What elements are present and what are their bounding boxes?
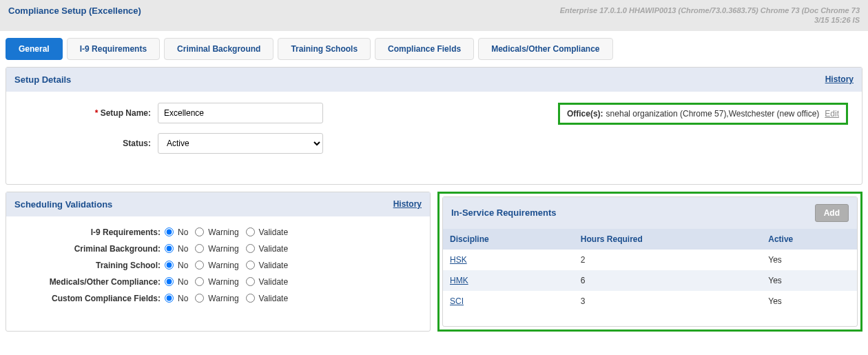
table-row: SCI3Yes [443, 291, 857, 312]
tabs-row: GeneralI-9 RequirementsCriminal Backgrou… [0, 31, 868, 60]
scheduling-row-label: Medicals/Other Compliance: [20, 277, 165, 287]
radio-label-no: No [178, 277, 188, 287]
discipline-link[interactable]: SCI [450, 296, 464, 306]
radio-validate[interactable] [246, 244, 255, 253]
inservice-panel: In-Service Requirements Add DisciplineHo… [442, 196, 858, 327]
radio-label-no: No [178, 294, 188, 303]
bottom-row: Scheduling Validations History I-9 Requi… [6, 192, 862, 332]
tab-compliance-fields[interactable]: Compliance Fields [375, 38, 474, 60]
table-row: HSK2Yes [443, 250, 857, 270]
radio-validate[interactable] [246, 294, 255, 303]
inservice-body: DisciplineHours RequiredActive HSK2YesHM… [443, 229, 857, 312]
radio-warning[interactable] [195, 227, 204, 236]
scheduling-header: Scheduling Validations History [6, 192, 430, 216]
radio-no[interactable] [165, 227, 174, 236]
active-cell: Yes [761, 291, 857, 312]
status-select[interactable]: Active [158, 133, 323, 154]
radio-warning[interactable] [195, 294, 204, 303]
tab-medicals-other-compliance[interactable]: Medicals/Other Compliance [478, 38, 612, 60]
radio-warning[interactable] [195, 261, 204, 270]
inservice-add-button[interactable]: Add [815, 204, 849, 222]
env-line-1: Enterprise 17.0.1.0 HHAWIP0013 (Chrome/7… [560, 6, 860, 15]
radio-label-no: No [178, 244, 188, 254]
scheduling-row-label: Custom Compliance Fields: [20, 294, 165, 303]
inservice-table: DisciplineHours RequiredActive HSK2YesHM… [443, 229, 857, 312]
radio-no[interactable] [165, 244, 174, 253]
setup-name-row: * Setup Name: [20, 103, 323, 123]
discipline-link[interactable]: HMK [450, 276, 468, 285]
radio-group: NoWarningValidate [165, 261, 292, 270]
inservice-outline: In-Service Requirements Add DisciplineHo… [437, 192, 862, 332]
column-header: Active [761, 229, 857, 250]
env-line-2: 3/15 15:26 IS [560, 15, 860, 25]
active-cell: Yes [761, 250, 857, 270]
active-cell: Yes [761, 270, 857, 291]
inservice-header: In-Service Requirements Add [443, 197, 857, 229]
discipline-link[interactable]: HSK [450, 255, 467, 265]
setup-name-input[interactable] [158, 103, 323, 123]
table-row: HMK6Yes [443, 270, 857, 291]
radio-no[interactable] [165, 261, 174, 270]
setup-details-title: Setup Details [14, 74, 71, 85]
status-label: Status: [20, 139, 158, 148]
page-title: Compliance Setup (Excellence) [8, 6, 141, 16]
hours-cell: 3 [574, 291, 761, 312]
radio-group: NoWarningValidate [165, 244, 292, 254]
status-row: Status: Active [20, 133, 323, 154]
scheduling-row: Criminal Background:NoWarningValidate [20, 244, 416, 254]
setup-left: * Setup Name: Status: Active [20, 103, 323, 163]
inservice-title: In-Service Requirements [451, 207, 556, 218]
column-header: Discipline [443, 229, 574, 250]
setup-details-header: Setup Details History [6, 68, 862, 92]
radio-label-validate: Validate [259, 277, 288, 287]
page-header: Compliance Setup (Excellence) Enterprise… [0, 0, 868, 31]
radio-group: NoWarningValidate [165, 227, 292, 237]
radio-group: NoWarningValidate [165, 277, 292, 287]
setup-body: * Setup Name: Status: Active Office(s): … [6, 92, 862, 184]
tab-training-schools[interactable]: Training Schools [278, 38, 371, 60]
tab-i-9-requirements[interactable]: I-9 Requirements [67, 38, 160, 60]
hours-cell: 2 [574, 250, 761, 270]
radio-label-no: No [178, 261, 188, 270]
inservice-col: In-Service Requirements Add DisciplineHo… [437, 192, 862, 332]
scheduling-title: Scheduling Validations [14, 199, 112, 210]
env-info: Enterprise 17.0.1.0 HHAWIP0013 (Chrome/7… [560, 6, 860, 26]
radio-label-validate: Validate [259, 261, 288, 270]
scheduling-col: Scheduling Validations History I-9 Requi… [6, 192, 431, 332]
scheduling-row: Custom Compliance Fields:NoWarningValida… [20, 294, 416, 303]
scheduling-body: I-9 Requirements:NoWarningValidateCrimin… [6, 216, 430, 331]
radio-label-no: No [178, 227, 188, 237]
hours-cell: 6 [574, 270, 761, 291]
radio-warning[interactable] [195, 244, 204, 253]
radio-group: NoWarningValidate [165, 294, 292, 303]
radio-label-warning: Warning [208, 277, 238, 287]
radio-label-warning: Warning [208, 294, 238, 303]
office-box: Office(s): snehal organization (Chrome 5… [558, 103, 848, 125]
scheduling-panel: Scheduling Validations History I-9 Requi… [6, 192, 431, 332]
office-value: snehal organization (Chrome 57),Westches… [606, 109, 820, 119]
radio-label-validate: Validate [259, 227, 288, 237]
scheduling-row-label: Training School: [20, 261, 165, 270]
radio-validate[interactable] [246, 277, 255, 286]
scheduling-row: I-9 Requirements:NoWarningValidate [20, 227, 416, 237]
office-label: Office(s): [567, 109, 603, 119]
scheduling-row-label: Criminal Background: [20, 244, 165, 254]
radio-validate[interactable] [246, 227, 255, 236]
scheduling-row: Medicals/Other Compliance:NoWarningValid… [20, 277, 416, 287]
setup-history-link[interactable]: History [825, 74, 854, 84]
scheduling-history-link[interactable]: History [393, 199, 422, 209]
scheduling-row: Training School:NoWarningValidate [20, 261, 416, 270]
setup-right: Office(s): snehal organization (Chrome 5… [558, 103, 848, 125]
radio-warning[interactable] [195, 277, 204, 286]
setup-details-panel: Setup Details History * Setup Name: Stat… [6, 67, 862, 185]
radio-no[interactable] [165, 294, 174, 303]
radio-label-validate: Validate [259, 244, 288, 254]
radio-label-warning: Warning [208, 227, 238, 237]
radio-validate[interactable] [246, 261, 255, 270]
column-header: Hours Required [574, 229, 761, 250]
tab-criminal-background[interactable]: Criminal Background [164, 38, 273, 60]
tab-general[interactable]: General [6, 38, 63, 60]
table-header-row: DisciplineHours RequiredActive [443, 229, 857, 250]
office-edit-link[interactable]: Edit [825, 109, 839, 119]
radio-no[interactable] [165, 277, 174, 286]
